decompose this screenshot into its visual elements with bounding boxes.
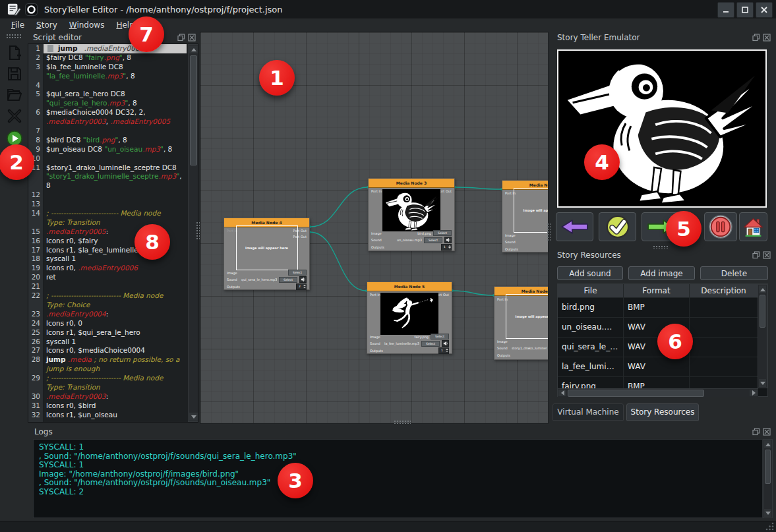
splitter-canvas-logs[interactable] [394, 420, 411, 424]
code-line: lcons r0, $mediaChoice0004 [44, 346, 187, 355]
outputs-row: Outputs1 [502, 246, 549, 252]
media-node-4[interactable]: Media Node 4Port InPort OutPort OutImage… [224, 218, 310, 290]
scroll-up-icon[interactable] [189, 45, 198, 53]
close-button[interactable] [756, 2, 773, 18]
select-sound-button[interactable]: Select [424, 237, 442, 243]
table-row[interactable]: bird.pngBMP [558, 297, 758, 318]
image-label: Image [227, 271, 239, 275]
outputs-spinner[interactable]: 1 [438, 347, 449, 354]
scroll-up-icon[interactable] [759, 285, 766, 293]
node-title[interactable]: Media Node 3 [369, 179, 454, 188]
select-sound-button[interactable]: Select [279, 277, 297, 283]
menu-file[interactable]: File [5, 19, 30, 31]
resize-grip-icon[interactable] [765, 521, 775, 531]
table-hscrollbar[interactable] [558, 388, 758, 397]
column-header-file[interactable]: File [558, 284, 624, 297]
outputs-spinner[interactable]: 1 [441, 244, 452, 251]
table-row[interactable]: la_fee_luminelle.mp3WAV [558, 357, 758, 377]
scroll-up-icon[interactable] [764, 440, 771, 448]
close-dock-icon[interactable] [763, 34, 771, 42]
line-number: 13 [28, 200, 43, 209]
media-node-2[interactable]: Media Node 2Port InPort OutImage will ap… [502, 180, 549, 252]
add-image-button[interactable]: Add image [628, 266, 695, 280]
select-sound-button[interactable]: Select [421, 341, 440, 347]
scroll-right-icon[interactable] [750, 390, 758, 396]
line-number [28, 181, 43, 191]
menu-windows[interactable]: Windows [63, 19, 111, 31]
float-dock-icon[interactable] [752, 34, 760, 42]
line-number: 25 [28, 328, 43, 338]
toolbar-drag-handle[interactable] [6, 34, 22, 38]
save-button[interactable] [5, 65, 23, 82]
code-line: $qui_sera_le_hero DC8 [44, 90, 187, 99]
tab-story-resources[interactable]: Story Resources [626, 403, 699, 421]
node-connection[interactable] [310, 232, 367, 291]
outputs-spinner[interactable]: 2 [296, 283, 307, 290]
scroll-down-icon[interactable] [759, 379, 766, 387]
column-header-description[interactable]: Description [690, 284, 758, 297]
select-image-button[interactable]: Select [288, 270, 307, 276]
port-in[interactable]: Port In [370, 292, 380, 297]
float-dock-icon[interactable] [752, 251, 760, 259]
log-line: SYSCALL: 1 [39, 461, 757, 470]
minimize-button[interactable] [717, 2, 734, 18]
delete-button[interactable]: Delete [700, 266, 768, 280]
splitter-editor-canvas[interactable] [196, 222, 200, 240]
node-title[interactable]: Media Node 5 [367, 282, 452, 291]
table-hscrollbar-thumb[interactable] [568, 390, 704, 397]
add-sound-button[interactable]: Add sound [557, 266, 623, 280]
port-in[interactable]: Port In [371, 189, 382, 194]
code-line: $story1_drako_luminelle_sceptre DC8 [44, 163, 187, 173]
media-node-3[interactable]: Media Node 3Port InPort OutImagebird.png… [368, 178, 455, 251]
current-line-marker [47, 45, 53, 52]
logs-scrollbar[interactable] [763, 439, 773, 518]
float-dock-icon[interactable] [177, 34, 185, 42]
close-dock-icon[interactable] [763, 251, 771, 259]
splitter-canvas-right[interactable] [547, 223, 551, 241]
close-project-button[interactable] [5, 107, 23, 125]
tab-virtual-machine[interactable]: Virtual Machine [552, 403, 624, 421]
close-x-icon [6, 107, 23, 125]
pause-button[interactable] [704, 212, 737, 241]
scroll-down-icon[interactable] [189, 413, 198, 421]
image-placeholder-text: Image will appear here [523, 208, 549, 212]
open-project-button[interactable] [5, 86, 23, 103]
script-editor[interactable]: 1234567891011121314151617181920212223242… [28, 44, 198, 423]
image-value: bird.png [386, 231, 431, 235]
logs-scrollbar-thumb[interactable] [765, 450, 771, 484]
column-header-format[interactable]: Format [624, 284, 690, 297]
node-connection[interactable] [452, 291, 494, 295]
new-file-button[interactable] [5, 44, 23, 61]
code-line: .mediaEntry0004: [44, 310, 187, 319]
previous-button[interactable] [556, 212, 593, 241]
line-number [28, 99, 43, 108]
new-file-icon [6, 44, 23, 61]
select-image-button[interactable]: Select [433, 230, 452, 236]
node-canvas[interactable]: Media Node 4Port InPort OutPort OutImage… [200, 32, 549, 424]
line-number: 3 [28, 63, 43, 72]
select-image-button[interactable]: Select [431, 334, 449, 340]
home-button[interactable] [739, 212, 767, 241]
speaker-icon[interactable] [444, 237, 452, 243]
editor-scrollbar-thumb[interactable] [190, 55, 197, 165]
speaker-icon[interactable] [299, 276, 307, 283]
code-line [44, 127, 187, 136]
table-vscrollbar-thumb[interactable] [760, 295, 765, 328]
scroll-left-icon[interactable] [558, 390, 566, 396]
outputs-label: Outputs [370, 349, 382, 353]
node-connection[interactable] [455, 187, 502, 189]
check-icon [605, 214, 630, 239]
close-dock-icon[interactable] [188, 34, 196, 42]
menu-story[interactable]: Story [30, 19, 63, 31]
ok-button[interactable] [599, 212, 636, 241]
media-node-6[interactable]: Media Node 6Port InPort OutImage will ap… [494, 286, 549, 360]
table-vscrollbar[interactable] [758, 284, 767, 388]
close-dock-icon[interactable] [763, 428, 771, 436]
maximize-button[interactable] [736, 2, 754, 18]
speaker-icon[interactable] [442, 340, 449, 347]
float-dock-icon[interactable] [752, 428, 760, 436]
node-connection[interactable] [310, 187, 368, 227]
emulator-header: Story Teller Emulator [551, 32, 776, 44]
media-node-5[interactable]: Media Node 5Port InPort OutImagefairy.pn… [367, 281, 452, 354]
scroll-down-icon[interactable] [764, 509, 771, 517]
